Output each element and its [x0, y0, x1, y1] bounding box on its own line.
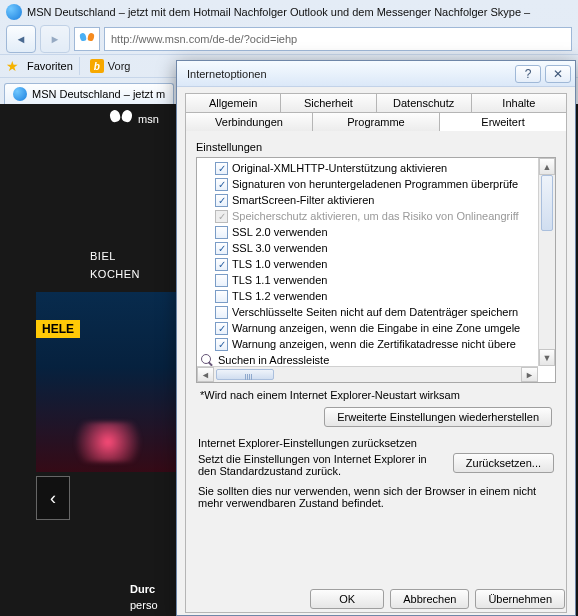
close-button[interactable]: ✕	[545, 65, 571, 83]
hscroll-thumb[interactable]	[216, 369, 274, 380]
setting-item[interactable]: Verschlüsselte Seiten nicht auf dem Date…	[201, 304, 536, 320]
checkbox[interactable]: ✓	[215, 194, 228, 207]
reset-button[interactable]: Zurücksetzen...	[453, 453, 554, 473]
checkbox: ✓	[215, 210, 228, 223]
tab-allgemein[interactable]: Allgemein	[185, 93, 280, 112]
checkbox[interactable]	[215, 306, 228, 319]
address-bar[interactable]: http://www.msn.com/de-de/?ocid=iehp	[104, 27, 572, 51]
scroll-up-icon[interactable]: ▲	[539, 158, 555, 175]
cancel-button[interactable]: Abbrechen	[390, 589, 469, 609]
setting-label: SSL 3.0 verwenden	[232, 242, 328, 254]
setting-item[interactable]: TLS 1.2 verwenden	[201, 288, 536, 304]
setting-label: Warnung anzeigen, wenn die Eingabe in ei…	[232, 322, 520, 334]
scroll-right-icon[interactable]: ►	[521, 367, 538, 382]
separator	[79, 57, 80, 75]
window-titlebar: MSN Deutschland – jetzt mit dem Hotmail …	[0, 0, 578, 24]
prev-arrow-button[interactable]: ‹	[36, 476, 70, 520]
bookmark-item[interactable]: b Vorg	[86, 57, 135, 75]
forward-button[interactable]: ►	[40, 25, 70, 53]
tab-favicon	[13, 87, 27, 101]
checkbox[interactable]: ✓	[215, 258, 228, 271]
reset-desc: Setzt die Einstellungen von Internet Exp…	[198, 453, 445, 477]
nav-toolbar: ◄ ► http://www.msn.com/de-de/?ocid=iehp	[0, 24, 578, 54]
setting-item[interactable]: ✓Warnung anzeigen, wenn die Eingabe in e…	[201, 320, 536, 336]
dialog-tabs: Allgemein Sicherheit Datenschutz Inhalte…	[185, 93, 567, 131]
setting-item: Suchen in Adressleiste	[201, 352, 536, 366]
setting-label: TLS 1.1 verwenden	[232, 274, 327, 286]
ok-button[interactable]: OK	[310, 589, 384, 609]
setting-item[interactable]: ✓TLS 1.0 verwenden	[201, 256, 536, 272]
tab-programme[interactable]: Programme	[312, 112, 439, 131]
setting-label: Verschlüsselte Seiten nicht auf dem Date…	[232, 306, 518, 318]
help-button[interactable]: ?	[515, 65, 541, 83]
setting-item[interactable]: ✓SSL 3.0 verwenden	[201, 240, 536, 256]
setting-item[interactable]: ✓Signaturen von heruntergeladenen Progra…	[201, 176, 536, 192]
subhead-fragment: perso	[130, 599, 158, 611]
reset-note: Sie sollten dies nur verwenden, wenn sic…	[198, 485, 554, 509]
setting-label: Signaturen von heruntergeladenen Program…	[232, 178, 518, 190]
internet-options-dialog: Internetoptionen ? ✕ Allgemein Sicherhei…	[176, 60, 576, 616]
setting-item[interactable]: ✓SmartScreen-Filter aktivieren	[201, 192, 536, 208]
back-button[interactable]: ◄	[6, 25, 36, 53]
checkbox[interactable]	[215, 226, 228, 239]
checkbox[interactable]	[215, 274, 228, 287]
restore-advanced-button[interactable]: Erweiterte Einstellungen wiederherstelle…	[324, 407, 552, 427]
promo-glow	[65, 422, 151, 462]
setting-label: Speicherschutz aktivieren, um das Risiko…	[232, 210, 519, 222]
setting-label: Warnung anzeigen, wenn die Zertifikatadr…	[232, 338, 516, 350]
favicon-box[interactable]	[74, 27, 100, 51]
horizontal-scrollbar[interactable]: ◄ ►	[197, 366, 538, 382]
settings-group-label: Einstellungen	[196, 141, 556, 153]
tab-verbindungen[interactable]: Verbindungen	[185, 112, 312, 131]
settings-listbox[interactable]: ✓Original-XMLHTTP-Unterstützung aktivier…	[196, 157, 556, 383]
butterfly-icon	[110, 108, 132, 130]
dialog-footer: OK Abbrechen Übernehmen	[310, 589, 565, 609]
tab-datenschutz[interactable]: Datenschutz	[376, 93, 471, 112]
bing-icon: b	[90, 59, 104, 73]
scroll-thumb[interactable]	[541, 175, 553, 231]
setting-item[interactable]: SSL 2.0 verwenden	[201, 224, 536, 240]
setting-item[interactable]: ✓Original-XMLHTTP-Unterstützung aktivier…	[201, 160, 536, 176]
setting-label: TLS 1.2 verwenden	[232, 290, 327, 302]
checkbox[interactable]: ✓	[215, 338, 228, 351]
search-icon	[201, 354, 214, 367]
setting-item[interactable]: TLS 1.1 verwenden	[201, 272, 536, 288]
dialog-title: Internetoptionen	[187, 68, 511, 80]
setting-label: TLS 1.0 verwenden	[232, 258, 327, 270]
window-title: MSN Deutschland – jetzt mit dem Hotmail …	[27, 6, 572, 18]
setting-item[interactable]: ✓Warnung anzeigen, wenn die Zertifikatad…	[201, 336, 536, 352]
browser-tab[interactable]: MSN Deutschland – jetzt m	[4, 83, 174, 104]
scroll-left-icon[interactable]: ◄	[197, 367, 214, 382]
msn-favicon	[80, 32, 94, 46]
star-icon[interactable]: ★	[6, 58, 19, 74]
tab-label: MSN Deutschland – jetzt m	[32, 88, 165, 100]
apply-button[interactable]: Übernehmen	[475, 589, 565, 609]
tab-sicherheit[interactable]: Sicherheit	[280, 93, 375, 112]
ie-icon	[6, 4, 22, 20]
checkbox[interactable]: ✓	[215, 242, 228, 255]
dialog-titlebar[interactable]: Internetoptionen ? ✕	[177, 61, 575, 87]
favorites-label[interactable]: Favoriten	[27, 60, 73, 72]
setting-group-label: Suchen in Adressleiste	[218, 354, 329, 366]
setting-label: SmartScreen-Filter aktivieren	[232, 194, 374, 206]
checkbox[interactable]: ✓	[215, 178, 228, 191]
checkbox[interactable]: ✓	[215, 322, 228, 335]
setting-item[interactable]: ✓Speicherschutz aktivieren, um das Risik…	[201, 208, 536, 224]
scroll-down-icon[interactable]: ▼	[539, 349, 555, 366]
promo-tile[interactable]: HELE	[36, 292, 180, 472]
vertical-scrollbar[interactable]: ▲ ▼	[538, 158, 555, 366]
promo-tag: HELE	[36, 320, 80, 338]
checkbox[interactable]	[215, 290, 228, 303]
reset-header: Internet Explorer-Einstellungen zurückse…	[198, 437, 554, 449]
setting-label: Original-XMLHTTP-Unterstützung aktiviere…	[232, 162, 447, 174]
headline-fragment: Durc	[130, 583, 155, 595]
restart-note: *Wird nach einem Internet Explorer-Neust…	[200, 389, 556, 401]
tab-inhalte[interactable]: Inhalte	[471, 93, 567, 112]
setting-label: SSL 2.0 verwenden	[232, 226, 328, 238]
checkbox[interactable]: ✓	[215, 162, 228, 175]
tab-erweitert[interactable]: Erweitert	[439, 112, 567, 131]
